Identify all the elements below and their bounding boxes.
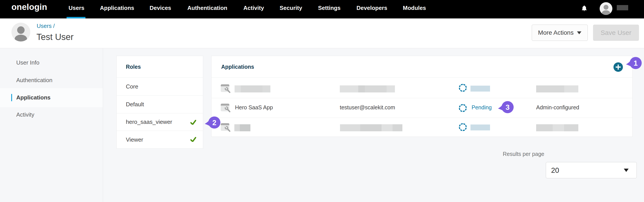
- svg-text:2: 2: [212, 118, 216, 127]
- svg-text:3: 3: [506, 103, 510, 111]
- svg-text:1: 1: [634, 59, 638, 67]
